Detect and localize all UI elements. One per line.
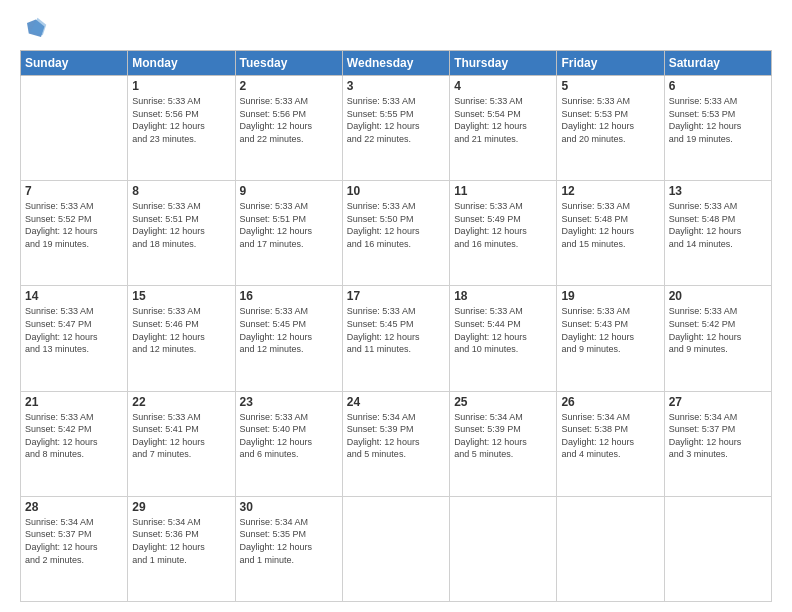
day-number: 27: [669, 395, 767, 409]
calendar-cell: 11Sunrise: 5:33 AM Sunset: 5:49 PM Dayli…: [450, 181, 557, 286]
calendar-cell: 22Sunrise: 5:33 AM Sunset: 5:41 PM Dayli…: [128, 391, 235, 496]
day-number: 20: [669, 289, 767, 303]
day-info: Sunrise: 5:33 AM Sunset: 5:49 PM Dayligh…: [454, 200, 552, 250]
day-info: Sunrise: 5:33 AM Sunset: 5:42 PM Dayligh…: [25, 411, 123, 461]
day-info: Sunrise: 5:33 AM Sunset: 5:56 PM Dayligh…: [132, 95, 230, 145]
calendar-cell: [557, 496, 664, 601]
week-row-1: 1Sunrise: 5:33 AM Sunset: 5:56 PM Daylig…: [21, 76, 772, 181]
calendar-cell: 14Sunrise: 5:33 AM Sunset: 5:47 PM Dayli…: [21, 286, 128, 391]
calendar-cell: 12Sunrise: 5:33 AM Sunset: 5:48 PM Dayli…: [557, 181, 664, 286]
day-info: Sunrise: 5:33 AM Sunset: 5:47 PM Dayligh…: [25, 305, 123, 355]
calendar-cell: 27Sunrise: 5:34 AM Sunset: 5:37 PM Dayli…: [664, 391, 771, 496]
day-number: 6: [669, 79, 767, 93]
day-number: 15: [132, 289, 230, 303]
day-info: Sunrise: 5:33 AM Sunset: 5:40 PM Dayligh…: [240, 411, 338, 461]
logo-icon: [20, 16, 48, 44]
day-info: Sunrise: 5:33 AM Sunset: 5:41 PM Dayligh…: [132, 411, 230, 461]
day-number: 29: [132, 500, 230, 514]
day-info: Sunrise: 5:33 AM Sunset: 5:43 PM Dayligh…: [561, 305, 659, 355]
day-number: 21: [25, 395, 123, 409]
day-info: Sunrise: 5:34 AM Sunset: 5:39 PM Dayligh…: [454, 411, 552, 461]
day-info: Sunrise: 5:34 AM Sunset: 5:37 PM Dayligh…: [669, 411, 767, 461]
day-number: 30: [240, 500, 338, 514]
calendar-cell: 13Sunrise: 5:33 AM Sunset: 5:48 PM Dayli…: [664, 181, 771, 286]
day-info: Sunrise: 5:33 AM Sunset: 5:51 PM Dayligh…: [240, 200, 338, 250]
day-info: Sunrise: 5:33 AM Sunset: 5:48 PM Dayligh…: [669, 200, 767, 250]
day-number: 12: [561, 184, 659, 198]
day-info: Sunrise: 5:34 AM Sunset: 5:39 PM Dayligh…: [347, 411, 445, 461]
day-number: 7: [25, 184, 123, 198]
day-info: Sunrise: 5:33 AM Sunset: 5:45 PM Dayligh…: [240, 305, 338, 355]
calendar-cell: 3Sunrise: 5:33 AM Sunset: 5:55 PM Daylig…: [342, 76, 449, 181]
calendar-cell: 9Sunrise: 5:33 AM Sunset: 5:51 PM Daylig…: [235, 181, 342, 286]
day-info: Sunrise: 5:33 AM Sunset: 5:45 PM Dayligh…: [347, 305, 445, 355]
day-number: 22: [132, 395, 230, 409]
calendar-cell: 18Sunrise: 5:33 AM Sunset: 5:44 PM Dayli…: [450, 286, 557, 391]
day-number: 18: [454, 289, 552, 303]
header-friday: Friday: [557, 51, 664, 76]
calendar-cell: 4Sunrise: 5:33 AM Sunset: 5:54 PM Daylig…: [450, 76, 557, 181]
day-number: 2: [240, 79, 338, 93]
day-info: Sunrise: 5:33 AM Sunset: 5:44 PM Dayligh…: [454, 305, 552, 355]
calendar-cell: 17Sunrise: 5:33 AM Sunset: 5:45 PM Dayli…: [342, 286, 449, 391]
calendar-cell: [342, 496, 449, 601]
calendar-cell: 23Sunrise: 5:33 AM Sunset: 5:40 PM Dayli…: [235, 391, 342, 496]
header-tuesday: Tuesday: [235, 51, 342, 76]
week-row-5: 28Sunrise: 5:34 AM Sunset: 5:37 PM Dayli…: [21, 496, 772, 601]
calendar-cell: 8Sunrise: 5:33 AM Sunset: 5:51 PM Daylig…: [128, 181, 235, 286]
calendar-cell: 25Sunrise: 5:34 AM Sunset: 5:39 PM Dayli…: [450, 391, 557, 496]
day-info: Sunrise: 5:33 AM Sunset: 5:56 PM Dayligh…: [240, 95, 338, 145]
day-info: Sunrise: 5:33 AM Sunset: 5:46 PM Dayligh…: [132, 305, 230, 355]
day-info: Sunrise: 5:33 AM Sunset: 5:53 PM Dayligh…: [561, 95, 659, 145]
calendar-cell: 16Sunrise: 5:33 AM Sunset: 5:45 PM Dayli…: [235, 286, 342, 391]
calendar-cell: 26Sunrise: 5:34 AM Sunset: 5:38 PM Dayli…: [557, 391, 664, 496]
calendar-cell: 2Sunrise: 5:33 AM Sunset: 5:56 PM Daylig…: [235, 76, 342, 181]
calendar-cell: 20Sunrise: 5:33 AM Sunset: 5:42 PM Dayli…: [664, 286, 771, 391]
calendar-cell: 29Sunrise: 5:34 AM Sunset: 5:36 PM Dayli…: [128, 496, 235, 601]
header-sunday: Sunday: [21, 51, 128, 76]
week-row-3: 14Sunrise: 5:33 AM Sunset: 5:47 PM Dayli…: [21, 286, 772, 391]
day-number: 16: [240, 289, 338, 303]
day-number: 3: [347, 79, 445, 93]
calendar-cell: 30Sunrise: 5:34 AM Sunset: 5:35 PM Dayli…: [235, 496, 342, 601]
calendar-cell: [21, 76, 128, 181]
day-info: Sunrise: 5:33 AM Sunset: 5:51 PM Dayligh…: [132, 200, 230, 250]
calendar-table: SundayMondayTuesdayWednesdayThursdayFrid…: [20, 50, 772, 602]
day-number: 8: [132, 184, 230, 198]
header-monday: Monday: [128, 51, 235, 76]
day-number: 28: [25, 500, 123, 514]
calendar-cell: 24Sunrise: 5:34 AM Sunset: 5:39 PM Dayli…: [342, 391, 449, 496]
logo: [20, 16, 52, 44]
day-info: Sunrise: 5:34 AM Sunset: 5:38 PM Dayligh…: [561, 411, 659, 461]
calendar-cell: [450, 496, 557, 601]
day-info: Sunrise: 5:33 AM Sunset: 5:50 PM Dayligh…: [347, 200, 445, 250]
calendar-cell: 1Sunrise: 5:33 AM Sunset: 5:56 PM Daylig…: [128, 76, 235, 181]
calendar-cell: 28Sunrise: 5:34 AM Sunset: 5:37 PM Dayli…: [21, 496, 128, 601]
calendar-cell: 15Sunrise: 5:33 AM Sunset: 5:46 PM Dayli…: [128, 286, 235, 391]
day-info: Sunrise: 5:33 AM Sunset: 5:52 PM Dayligh…: [25, 200, 123, 250]
calendar-cell: 5Sunrise: 5:33 AM Sunset: 5:53 PM Daylig…: [557, 76, 664, 181]
day-number: 4: [454, 79, 552, 93]
day-info: Sunrise: 5:33 AM Sunset: 5:55 PM Dayligh…: [347, 95, 445, 145]
day-number: 10: [347, 184, 445, 198]
calendar-cell: 7Sunrise: 5:33 AM Sunset: 5:52 PM Daylig…: [21, 181, 128, 286]
day-number: 13: [669, 184, 767, 198]
header-thursday: Thursday: [450, 51, 557, 76]
day-info: Sunrise: 5:33 AM Sunset: 5:54 PM Dayligh…: [454, 95, 552, 145]
day-info: Sunrise: 5:33 AM Sunset: 5:48 PM Dayligh…: [561, 200, 659, 250]
calendar-header-row: SundayMondayTuesdayWednesdayThursdayFrid…: [21, 51, 772, 76]
day-info: Sunrise: 5:34 AM Sunset: 5:35 PM Dayligh…: [240, 516, 338, 566]
calendar-cell: [664, 496, 771, 601]
page: SundayMondayTuesdayWednesdayThursdayFrid…: [0, 0, 792, 612]
day-number: 9: [240, 184, 338, 198]
day-info: Sunrise: 5:34 AM Sunset: 5:37 PM Dayligh…: [25, 516, 123, 566]
day-info: Sunrise: 5:34 AM Sunset: 5:36 PM Dayligh…: [132, 516, 230, 566]
day-number: 5: [561, 79, 659, 93]
day-info: Sunrise: 5:33 AM Sunset: 5:53 PM Dayligh…: [669, 95, 767, 145]
day-number: 11: [454, 184, 552, 198]
day-number: 1: [132, 79, 230, 93]
calendar-cell: 6Sunrise: 5:33 AM Sunset: 5:53 PM Daylig…: [664, 76, 771, 181]
day-number: 25: [454, 395, 552, 409]
day-number: 17: [347, 289, 445, 303]
header-wednesday: Wednesday: [342, 51, 449, 76]
